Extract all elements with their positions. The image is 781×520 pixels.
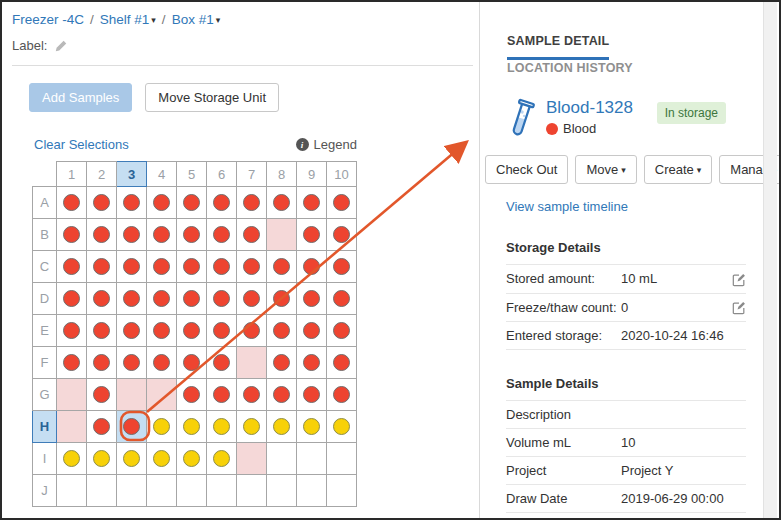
grid-cell-E1[interactable] xyxy=(57,315,87,347)
clear-selections-link[interactable]: Clear Selections xyxy=(34,137,129,152)
grid-cell-H5[interactable] xyxy=(177,411,207,443)
grid-cell-G4[interactable] xyxy=(147,379,177,411)
grid-cell-G5[interactable] xyxy=(177,379,207,411)
grid-cell-A4[interactable] xyxy=(147,187,177,219)
column-header-5[interactable]: 5 xyxy=(177,162,207,187)
grid-cell-H7[interactable] xyxy=(237,411,267,443)
column-header-10[interactable]: 10 xyxy=(327,162,357,187)
grid-cell-C6[interactable] xyxy=(207,251,237,283)
grid-cell-A8[interactable] xyxy=(267,187,297,219)
column-header-1[interactable]: 1 xyxy=(57,162,87,187)
grid-cell-H6[interactable] xyxy=(207,411,237,443)
grid-cell-D2[interactable] xyxy=(87,283,117,315)
add-samples-button[interactable]: Add Samples xyxy=(29,83,132,112)
grid-cell-J9[interactable] xyxy=(297,475,327,507)
view-sample-timeline-link[interactable]: View sample timeline xyxy=(506,199,762,214)
grid-cell-A5[interactable] xyxy=(177,187,207,219)
grid-cell-J1[interactable] xyxy=(57,475,87,507)
grid-cell-I1[interactable] xyxy=(57,443,87,475)
row-header-G[interactable]: G xyxy=(33,379,57,411)
grid-cell-F6[interactable] xyxy=(207,347,237,379)
grid-cell-J6[interactable] xyxy=(207,475,237,507)
grid-cell-G6[interactable] xyxy=(207,379,237,411)
grid-cell-G7[interactable] xyxy=(237,379,267,411)
grid-cell-D5[interactable] xyxy=(177,283,207,315)
grid-cell-F3[interactable] xyxy=(117,347,147,379)
grid-cell-A2[interactable] xyxy=(87,187,117,219)
grid-cell-E2[interactable] xyxy=(87,315,117,347)
grid-cell-G2[interactable] xyxy=(87,379,117,411)
tab-location-history[interactable]: LOCATION HISTORY xyxy=(507,61,633,84)
column-header-3[interactable]: 3 xyxy=(117,162,147,187)
column-header-9[interactable]: 9 xyxy=(297,162,327,187)
grid-cell-E3[interactable] xyxy=(117,315,147,347)
grid-cell-H8[interactable] xyxy=(267,411,297,443)
grid-cell-B5[interactable] xyxy=(177,219,207,251)
grid-cell-G3[interactable] xyxy=(117,379,147,411)
row-header-J[interactable]: J xyxy=(33,475,57,507)
column-header-4[interactable]: 4 xyxy=(147,162,177,187)
grid-cell-D10[interactable] xyxy=(327,283,357,315)
grid-cell-C7[interactable] xyxy=(237,251,267,283)
grid-cell-E6[interactable] xyxy=(207,315,237,347)
grid-cell-I5[interactable] xyxy=(177,443,207,475)
grid-cell-A6[interactable] xyxy=(207,187,237,219)
grid-cell-I3[interactable] xyxy=(117,443,147,475)
grid-cell-F4[interactable] xyxy=(147,347,177,379)
edit-icon[interactable] xyxy=(732,273,746,287)
breadcrumb-link-shelf-1[interactable]: Shelf #1▾ xyxy=(100,12,156,27)
grid-cell-H1[interactable] xyxy=(57,411,87,443)
grid-cell-J7[interactable] xyxy=(237,475,267,507)
grid-cell-C2[interactable] xyxy=(87,251,117,283)
row-header-H[interactable]: H xyxy=(33,411,57,443)
grid-cell-F5[interactable] xyxy=(177,347,207,379)
grid-cell-B6[interactable] xyxy=(207,219,237,251)
grid-cell-E5[interactable] xyxy=(177,315,207,347)
row-header-I[interactable]: I xyxy=(33,443,57,475)
grid-cell-J8[interactable] xyxy=(267,475,297,507)
grid-cell-H10[interactable] xyxy=(327,411,357,443)
grid-cell-I10[interactable] xyxy=(327,443,357,475)
grid-cell-E7[interactable] xyxy=(237,315,267,347)
grid-cell-D9[interactable] xyxy=(297,283,327,315)
grid-cell-D4[interactable] xyxy=(147,283,177,315)
grid-cell-B4[interactable] xyxy=(147,219,177,251)
grid-cell-A7[interactable] xyxy=(237,187,267,219)
grid-cell-F7[interactable] xyxy=(237,347,267,379)
check-out-button[interactable]: Check Out xyxy=(485,155,568,184)
grid-cell-B10[interactable] xyxy=(327,219,357,251)
row-header-F[interactable]: F xyxy=(33,347,57,379)
column-header-6[interactable]: 6 xyxy=(207,162,237,187)
row-header-E[interactable]: E xyxy=(33,315,57,347)
grid-cell-B7[interactable] xyxy=(237,219,267,251)
grid-cell-A10[interactable] xyxy=(327,187,357,219)
grid-cell-C1[interactable] xyxy=(57,251,87,283)
edit-label-pencil-icon[interactable] xyxy=(54,39,68,53)
grid-cell-I8[interactable] xyxy=(267,443,297,475)
grid-cell-C5[interactable] xyxy=(177,251,207,283)
move-storage-unit-button[interactable]: Move Storage Unit xyxy=(145,83,279,112)
grid-cell-E8[interactable] xyxy=(267,315,297,347)
grid-cell-I4[interactable] xyxy=(147,443,177,475)
grid-cell-B2[interactable] xyxy=(87,219,117,251)
grid-cell-H3[interactable] xyxy=(117,411,147,443)
row-header-D[interactable]: D xyxy=(33,283,57,315)
grid-cell-H4[interactable] xyxy=(147,411,177,443)
grid-cell-J3[interactable] xyxy=(117,475,147,507)
grid-cell-H2[interactable] xyxy=(87,411,117,443)
grid-cell-C8[interactable] xyxy=(267,251,297,283)
grid-cell-B3[interactable] xyxy=(117,219,147,251)
grid-cell-A9[interactable] xyxy=(297,187,327,219)
grid-cell-H9[interactable] xyxy=(297,411,327,443)
tab-sample-detail[interactable]: SAMPLE DETAIL xyxy=(507,34,609,60)
grid-cell-I2[interactable] xyxy=(87,443,117,475)
grid-cell-J5[interactable] xyxy=(177,475,207,507)
grid-cell-E4[interactable] xyxy=(147,315,177,347)
grid-cell-A3[interactable] xyxy=(117,187,147,219)
breadcrumb-link-box-1[interactable]: Box #1▾ xyxy=(172,12,221,27)
row-header-A[interactable]: A xyxy=(33,187,57,219)
edit-icon[interactable] xyxy=(732,301,746,315)
grid-cell-C3[interactable] xyxy=(117,251,147,283)
grid-cell-I6[interactable] xyxy=(207,443,237,475)
column-header-8[interactable]: 8 xyxy=(267,162,297,187)
